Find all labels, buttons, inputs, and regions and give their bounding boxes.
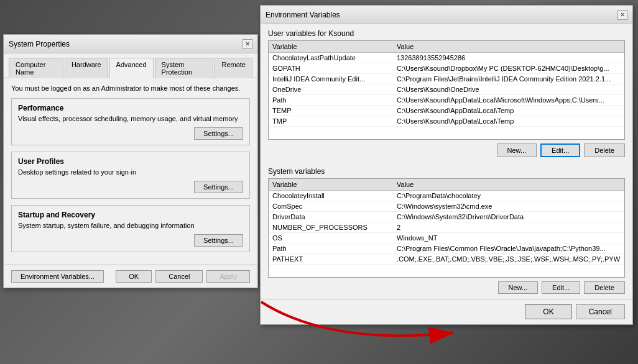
performance-section: Performance Visual effects, processor sc… xyxy=(11,98,250,145)
sys-var-value: Windows_NT xyxy=(393,233,624,243)
user-var-name: GOPATH xyxy=(269,63,393,74)
user-vars-buttons: New... Edit... Delete xyxy=(261,143,632,162)
user-table-row[interactable]: TMP C:\Users\Ksound\AppData\Local\Temp xyxy=(269,116,624,127)
sys-var-value: 2 xyxy=(393,222,624,233)
sys-var-name: DriverData xyxy=(269,212,393,222)
sys-var-value: C:\Windows\system32\cmd.exe xyxy=(393,201,624,212)
sys-props-cancel-button[interactable]: Cancel xyxy=(155,270,203,283)
sys-var-value: C:\ProgramData\chocolatey xyxy=(393,191,624,201)
sys-edit-button[interactable]: Edit... xyxy=(542,281,580,294)
user-profiles-title: User Profiles xyxy=(18,157,243,166)
user-variables-table: Variable Value ChocolateyLastPathUpdate … xyxy=(269,41,624,127)
user-profiles-settings-button[interactable]: Settings... xyxy=(194,181,243,193)
user-profiles-section: User Profiles Desktop settings related t… xyxy=(11,152,250,199)
sys-var-name: PATHEXT xyxy=(269,254,393,265)
user-table-row[interactable]: TEMP C:\Users\Ksound\AppData\Local\Temp xyxy=(269,106,624,116)
sys-table-row[interactable]: ComSpec C:\Windows\system32\cmd.exe xyxy=(269,201,624,212)
user-var-value: C:\Users\Ksound\Dropbox\My PC (DESKTOP-6… xyxy=(393,63,624,74)
sys-table-row[interactable]: Path C:\Program Files\Common Files\Oracl… xyxy=(269,243,624,254)
user-table-row[interactable]: OneDrive C:\Users\Ksound\OneDrive xyxy=(269,84,624,95)
sys-props-dialog-buttons: OK Cancel Apply xyxy=(116,270,250,283)
user-var-value: C:\Program Files\JetBrains\IntelliJ IDEA… xyxy=(393,74,624,84)
user-table-row[interactable]: GOPATH C:\Users\Ksound\Dropbox\My PC (DE… xyxy=(269,63,624,74)
startup-recovery-title: Startup and Recovery xyxy=(18,211,243,219)
env-vars-close-button[interactable]: ✕ xyxy=(617,10,627,20)
sys-var-name: ChocolateyInstall xyxy=(269,191,393,201)
sys-table-row[interactable]: ChocolateyInstall C:\ProgramData\chocola… xyxy=(269,191,624,201)
performance-title: Performance xyxy=(18,104,243,112)
user-delete-button[interactable]: Delete xyxy=(584,143,625,157)
sys-table-header-row: Variable Value xyxy=(269,179,624,191)
sys-props-title: System Properties xyxy=(9,40,70,48)
sys-props-ok-button[interactable]: OK xyxy=(116,270,152,283)
sys-props-apply-button[interactable]: Apply xyxy=(206,270,250,283)
tab-computer-name[interactable]: Computer Name xyxy=(9,58,63,78)
user-var-name: Path xyxy=(269,95,393,106)
user-profiles-desc: Desktop settings related to your sign-in xyxy=(18,168,243,176)
env-vars-ok-button[interactable]: OK xyxy=(525,304,571,319)
sys-var-name: NUMBER_OF_PROCESSORS xyxy=(269,222,393,233)
user-variables-label: User variables for Ksound xyxy=(261,24,632,40)
env-vars-bottom-row: OK Cancel xyxy=(261,299,632,324)
system-variables-table-container[interactable]: Variable Value ChocolateyInstall C:\Prog… xyxy=(268,178,625,278)
user-var-name: TEMP xyxy=(269,106,393,116)
environment-variables-button[interactable]: Environment Variables... xyxy=(11,270,104,283)
sys-table-row[interactable]: OS Windows_NT xyxy=(269,233,624,243)
user-var-value: C:\Users\Ksound\AppData\Local\Microsoft\… xyxy=(393,95,624,106)
user-var-name: ChocolateyLastPathUpdate xyxy=(269,53,393,63)
sys-table-row[interactable]: DriverData C:\Windows\System32\Drivers\D… xyxy=(269,212,624,222)
sys-props-tabs: Computer Name Hardware Advanced System P… xyxy=(4,53,257,78)
performance-settings-button[interactable]: Settings... xyxy=(194,127,243,140)
sys-delete-button[interactable]: Delete xyxy=(584,281,625,294)
sys-col-variable-header: Variable xyxy=(269,179,393,191)
user-new-button[interactable]: New... xyxy=(497,143,537,157)
sys-var-value: .COM;.EXE;.BAT;.CMD;.VBS;.VBE;.JS;.JSE;.… xyxy=(393,254,624,265)
env-vars-cancel-button[interactable]: Cancel xyxy=(576,304,625,319)
sys-props-titlebar: System Properties ✕ xyxy=(4,35,257,53)
sys-var-name: ComSpec xyxy=(269,201,393,212)
sys-table-row[interactable]: PATHEXT .COM;.EXE;.BAT;.CMD;.VBS;.VBE;.J… xyxy=(269,254,624,265)
user-edit-button[interactable]: Edit... xyxy=(540,143,580,157)
startup-recovery-desc: System startup, system failure, and debu… xyxy=(18,222,243,229)
user-var-name: OneDrive xyxy=(269,84,393,95)
sys-table-row[interactable]: NUMBER_OF_PROCESSORS 2 xyxy=(269,222,624,233)
performance-desc: Visual effects, processor scheduling, me… xyxy=(18,115,243,122)
sys-vars-buttons: New... Edit... Delete xyxy=(261,281,632,299)
user-var-value: C:\Users\Ksound\AppData\Local\Temp xyxy=(393,116,624,127)
env-vars-title: Environment Variables xyxy=(266,11,340,19)
startup-recovery-settings-button[interactable]: Settings... xyxy=(194,234,243,247)
sys-var-value: C:\Windows\System32\Drivers\DriverData xyxy=(393,212,624,222)
user-var-value: 132638913552945286 xyxy=(393,53,624,63)
user-table-row[interactable]: Path C:\Users\Ksound\AppData\Local\Micro… xyxy=(269,95,624,106)
env-vars-titlebar: Environment Variables ✕ xyxy=(261,6,632,24)
sys-new-button[interactable]: New... xyxy=(498,281,539,294)
sys-var-name: Path xyxy=(269,243,393,254)
system-variables-label: System variables xyxy=(261,162,632,178)
user-var-value: C:\Users\Ksound\AppData\Local\Temp xyxy=(393,106,624,116)
sys-var-value: C:\Program Files\Common Files\Oracle\Jav… xyxy=(393,243,624,254)
sys-col-value-header: Value xyxy=(393,179,624,191)
environment-variables-window: Environment Variables ✕ User variables f… xyxy=(260,5,633,325)
user-table-row[interactable]: ChocolateyLastPathUpdate 132638913552945… xyxy=(269,53,624,63)
admin-note: You must be logged on as an Administrato… xyxy=(11,84,250,92)
sys-props-close-button[interactable]: ✕ xyxy=(243,39,252,49)
system-properties-window: System Properties ✕ Computer Name Hardwa… xyxy=(3,34,258,288)
user-var-name: IntelliJ IDEA Community Edit... xyxy=(269,74,393,84)
sys-props-bottom-row: Environment Variables... OK Cancel Apply xyxy=(4,265,257,288)
tab-advanced[interactable]: Advanced xyxy=(109,58,154,78)
startup-recovery-section: Startup and Recovery System startup, sys… xyxy=(11,205,250,252)
user-table-row[interactable]: IntelliJ IDEA Community Edit... C:\Progr… xyxy=(269,74,624,84)
tab-hardware[interactable]: Hardware xyxy=(65,58,108,78)
tab-system-protection[interactable]: System Protection xyxy=(155,58,214,78)
sys-props-content: You must be logged on as an Administrato… xyxy=(4,78,257,265)
tab-remote[interactable]: Remote xyxy=(215,58,252,78)
user-table-header-row: Variable Value xyxy=(269,41,624,53)
sys-var-name: OS xyxy=(269,233,393,243)
system-variables-table: Variable Value ChocolateyInstall C:\Prog… xyxy=(269,179,624,265)
user-variables-table-container[interactable]: Variable Value ChocolateyLastPathUpdate … xyxy=(268,40,625,140)
user-var-name: TMP xyxy=(269,116,393,127)
user-col-value-header: Value xyxy=(393,41,624,53)
user-var-value: C:\Users\Ksound\OneDrive xyxy=(393,84,624,95)
user-col-variable-header: Variable xyxy=(269,41,393,53)
